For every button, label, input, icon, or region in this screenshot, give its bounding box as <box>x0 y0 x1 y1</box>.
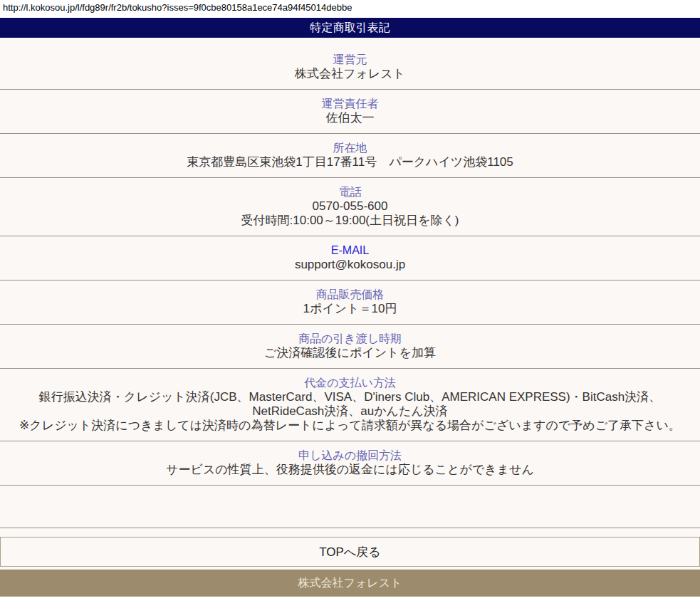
section-empty <box>0 486 700 528</box>
email-address: support@kokosou.jp <box>6 258 694 272</box>
page-title-bar: 特定商取引表記 <box>0 18 700 38</box>
section-header-withdrawal: 申し込みの撤回方法 <box>6 449 694 463</box>
spacer <box>0 528 700 537</box>
section-header-payment: 代金の支払い方法 <box>6 376 694 390</box>
section-delivery: 商品の引き渡し時期 ご決済確認後にポイントを加算 <box>0 325 700 369</box>
section-value-withdrawal: サービスの性質上、役務提供後の返金には応じることができません <box>6 463 694 477</box>
section-header-delivery: 商品の引き渡し時期 <box>6 332 694 346</box>
section-email: E-MAIL support@kokosou.jp <box>0 236 700 280</box>
section-header-operator: 運営元 <box>6 53 694 67</box>
tokusho-table: 運営元 株式会社フォレスト 運営責任者 佐伯太一 所在地 東京都豊島区東池袋1丁… <box>0 38 700 570</box>
section-value-address: 東京都豊島区東池袋1丁目17番11号 パークハイツ池袋1105 <box>6 155 694 169</box>
page-footer: 株式会社フォレスト <box>0 570 700 597</box>
payment-methods: 銀行振込決済・クレジット決済(JCB、MasterCard、VISA、D'ine… <box>6 390 694 419</box>
section-header-price: 商品販売価格 <box>6 288 694 302</box>
section-value-operator: 株式会社フォレスト <box>6 67 694 81</box>
section-withdrawal: 申し込みの撤回方法 サービスの性質上、役務提供後の返金には応じることができません <box>0 441 700 486</box>
section-value-manager: 佐伯太一 <box>6 111 694 125</box>
section-value-delivery: ご決済確認後にポイントを加算 <box>6 346 694 360</box>
section-price: 商品販売価格 1ポイント＝10円 <box>0 280 700 325</box>
section-header-phone: 電話 <box>6 185 694 199</box>
payment-note: ※クレジット決済につきましては決済時の為替レートによって請求額が異なる場合がござ… <box>6 419 694 433</box>
section-value-price: 1ポイント＝10円 <box>6 302 694 316</box>
section-header-address: 所在地 <box>6 141 694 155</box>
back-to-top-button[interactable]: TOPへ戻る <box>0 537 700 567</box>
section-header-manager: 運営責任者 <box>6 97 694 111</box>
section-address: 所在地 東京都豊島区東池袋1丁目17番11号 パークハイツ池袋1105 <box>0 134 700 178</box>
section-operator: 運営元 株式会社フォレスト <box>0 38 700 90</box>
footer-company: 株式会社フォレスト <box>298 577 402 589</box>
phone-hours: 受付時間:10:00～19:00(土日祝日を除く) <box>6 214 694 228</box>
section-payment: 代金の支払い方法 銀行振込決済・クレジット決済(JCB、MasterCard、V… <box>0 369 700 441</box>
phone-number: 0570-055-600 <box>6 199 694 214</box>
page-title: 特定商取引表記 <box>310 21 390 33</box>
section-header-email: E-MAIL <box>6 243 694 258</box>
section-phone: 電話 0570-055-600 受付時間:10:00～19:00(土日祝日を除く… <box>0 178 700 236</box>
section-manager: 運営責任者 佐伯太一 <box>0 90 700 134</box>
page-url-text: http://l.kokosou.jp/l/fdg89r/fr2b/tokush… <box>0 0 700 18</box>
